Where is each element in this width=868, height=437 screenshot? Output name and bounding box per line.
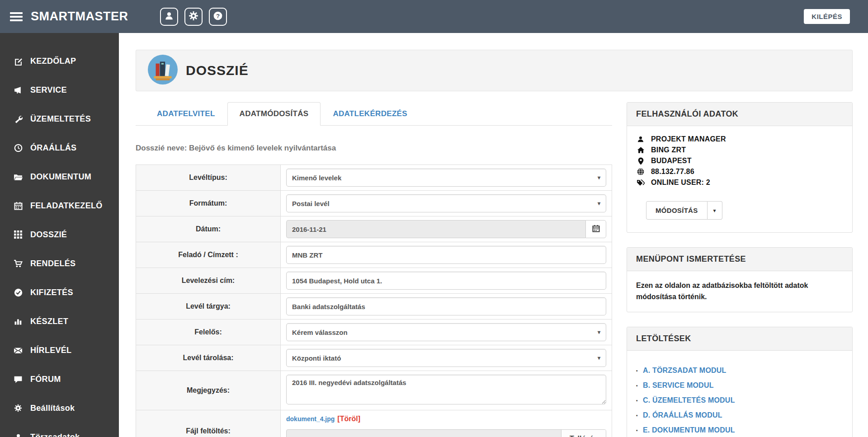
chevron-down-icon bbox=[598, 174, 600, 181]
levelezesi-cim-input[interactable] bbox=[286, 272, 606, 290]
page-header: DOSSZIÉ bbox=[136, 50, 853, 91]
level-targya-label: Levél tárgya: bbox=[136, 294, 281, 320]
datum-label: Dátum: bbox=[136, 216, 281, 242]
bullet-icon bbox=[636, 383, 638, 388]
felelos-select[interactable]: Kérem válasszon bbox=[286, 323, 606, 341]
map-marker-icon bbox=[636, 157, 645, 165]
felado-label: Feladó / Címzett : bbox=[136, 242, 281, 268]
chevron-down-icon bbox=[598, 329, 600, 335]
delete-file-button[interactable]: [Töröl] bbox=[337, 415, 360, 423]
sidebar-item-hirlevel[interactable]: HÍRLEVÉL bbox=[0, 336, 119, 365]
sidebar-item-uzemeltetes[interactable]: ÜZEMELTETÉS bbox=[0, 104, 119, 133]
form-row-level-tarolasa: Levél tárolása: Központi iktató bbox=[136, 345, 612, 371]
megjegyzes-label: Megjegyzés: bbox=[136, 371, 281, 410]
sidebar-item-beallitasok[interactable]: Beállítások bbox=[0, 394, 119, 423]
level-targya-input[interactable] bbox=[286, 297, 606, 315]
edit-icon bbox=[13, 57, 24, 66]
tab-adatmodositas[interactable]: ADATMÓDOSÍTÁS bbox=[227, 102, 321, 126]
menu-info-panel: MENÜPONT ISMERTETÉSE Ezen az oldalon az … bbox=[627, 247, 853, 312]
modify-button[interactable]: MÓDOSÍTÁS bbox=[646, 201, 708, 220]
datum-input[interactable] bbox=[286, 220, 585, 238]
formatum-label: Formátum: bbox=[136, 191, 281, 216]
downloads-panel: LETÖLTÉSEK A. TÖRZSADAT MODUL B. SERVICE… bbox=[627, 327, 853, 437]
logout-button[interactable]: KILÉPÉS bbox=[804, 9, 850, 24]
city-row: BUDAPEST bbox=[636, 157, 843, 165]
browse-button[interactable]: Tallózás bbox=[561, 430, 606, 437]
fajl-feltoltes-label: Fájl feltöltés: bbox=[136, 410, 281, 437]
globe-icon bbox=[636, 168, 645, 175]
online-users-row: ONLINE USER: 2 bbox=[636, 179, 843, 187]
help-button[interactable]: ? bbox=[209, 8, 227, 26]
bullet-icon bbox=[636, 368, 638, 373]
sidebar-item-kezdolap[interactable]: KEZDŐLAP bbox=[0, 47, 119, 75]
form-row-felado: Feladó / Címzett : bbox=[136, 242, 612, 268]
file-upload-input[interactable]: Tallózás bbox=[286, 429, 606, 437]
tags-icon bbox=[636, 179, 645, 186]
envelope-icon bbox=[13, 346, 24, 355]
tab-bar: ADATFELVITEL ADATMÓDOSÍTÁS ADATLEKÉRDEZÉ… bbox=[136, 102, 612, 126]
wrench-icon bbox=[13, 115, 24, 123]
svg-text:?: ? bbox=[216, 13, 219, 19]
formatum-select[interactable]: Postai levél bbox=[286, 194, 606, 212]
calendar-icon bbox=[592, 225, 600, 234]
sidebar-item-dosszie[interactable]: DOSSZIÉ bbox=[0, 220, 119, 249]
calendar-picker-button[interactable] bbox=[585, 220, 606, 238]
sidebar-item-oraallas[interactable]: ÓRAÁLLÁS bbox=[0, 133, 119, 162]
sidebar-item-rendeles[interactable]: RENDELÉS bbox=[0, 249, 119, 278]
leveltipus-select[interactable]: Kimenő levelek bbox=[286, 169, 606, 187]
info-column: FELHASZNÁLÓI ADATOK PROJEKT MANAGER BING… bbox=[627, 102, 853, 437]
home-icon bbox=[636, 146, 645, 154]
level-tarolasa-label: Levél tárolása: bbox=[136, 345, 281, 371]
cart-icon bbox=[13, 259, 24, 268]
levelezesi-cim-label: Levelezési cím: bbox=[136, 268, 281, 294]
sidebar-item-service[interactable]: SERVICE bbox=[0, 75, 119, 104]
company-row: BING ZRT bbox=[636, 146, 843, 154]
tab-adatlekerdezes[interactable]: ADATLEKÉRDEZÉS bbox=[321, 102, 419, 126]
menu-info-panel-title: MENÜPONT ISMERTETÉSE bbox=[627, 248, 852, 271]
sidebar-item-kifizetes[interactable]: KIFIZETÉS bbox=[0, 278, 119, 307]
tab-adatfelvitel[interactable]: ADATFELVITEL bbox=[145, 102, 227, 126]
sidebar-item-dokumentum[interactable]: DOKUMENTUM bbox=[0, 162, 119, 191]
hamburger-menu-icon[interactable] bbox=[10, 10, 23, 23]
form-row-datum: Dátum: bbox=[136, 216, 612, 242]
form-row-megjegyzes: Megjegyzés: 2016 III. negyedévi adatszol… bbox=[136, 371, 612, 410]
dossier-form: Levéltípus: Kimenő levelek Formátum: bbox=[136, 164, 612, 437]
chevron-down-icon bbox=[598, 355, 600, 361]
download-link-oraallas[interactable]: D. ÓRAÁLLÁS MODUL bbox=[636, 411, 843, 419]
megjegyzes-textarea[interactable]: 2016 III. negyedévi adatszolgáltatás bbox=[286, 375, 606, 404]
help-icon: ? bbox=[213, 11, 223, 22]
user-data-panel: FELHASZNÁLÓI ADATOK PROJEKT MANAGER BING… bbox=[627, 102, 853, 233]
top-bar: SMARTMASTER ? KILÉPÉS bbox=[0, 0, 868, 33]
form-column: ADATFELVITEL ADATMÓDOSÍTÁS ADATLEKÉRDEZÉ… bbox=[136, 102, 612, 437]
bullet-icon bbox=[636, 398, 638, 403]
main-content: DOSSZIÉ ADATFELVITEL ADATMÓDOSÍTÁS ADATL… bbox=[119, 33, 868, 437]
sidebar-item-keszlet[interactable]: KÉSZLET bbox=[0, 307, 119, 336]
download-link-torzsadat[interactable]: A. TÖRZSADAT MODUL bbox=[636, 367, 843, 375]
folder-icon bbox=[13, 173, 24, 181]
download-link-dokumentum[interactable]: E. DOKUMENTUM MODUL bbox=[636, 426, 843, 434]
sidebar-item-torzsadatok[interactable]: Törzsadatok bbox=[0, 423, 119, 437]
grid-icon bbox=[13, 230, 24, 239]
download-link-service[interactable]: B. SERVICE MODUL bbox=[636, 381, 843, 390]
settings-button[interactable] bbox=[184, 8, 203, 26]
check-circle-icon bbox=[13, 288, 24, 297]
download-link-uzemeltetes[interactable]: C. ÜZEMELTETÉS MODUL bbox=[636, 396, 843, 404]
calendar-icon bbox=[13, 202, 24, 210]
sidebar-item-feladatkezelo[interactable]: FELADATKEZELŐ bbox=[0, 191, 119, 220]
sidebar-nav: KEZDŐLAP SERVICE ÜZEMELTETÉS ÓRAÁLLÁS DO… bbox=[0, 33, 119, 437]
uploaded-file-link[interactable]: dokument_4.jpg bbox=[286, 415, 335, 423]
dossier-name-text: Dosszié neve: Bejövő és kimenő levelek n… bbox=[136, 144, 612, 153]
user-button[interactable] bbox=[160, 8, 178, 26]
level-tarolasa-select[interactable]: Központi iktató bbox=[286, 349, 606, 367]
user-icon bbox=[164, 11, 174, 22]
leveltipus-label: Levéltípus: bbox=[136, 165, 281, 191]
comment-icon bbox=[13, 375, 24, 384]
megaphone-icon bbox=[13, 86, 24, 94]
form-row-levelezesi-cim: Levelezési cím: bbox=[136, 268, 612, 294]
modify-dropdown-button[interactable] bbox=[708, 201, 722, 220]
bullet-icon bbox=[636, 428, 638, 433]
form-row-felelos: Felelős: Kérem válasszon bbox=[136, 320, 612, 345]
felado-input[interactable] bbox=[286, 246, 606, 264]
bullet-icon bbox=[636, 413, 638, 418]
sidebar-item-forum[interactable]: FÓRUM bbox=[0, 365, 119, 394]
